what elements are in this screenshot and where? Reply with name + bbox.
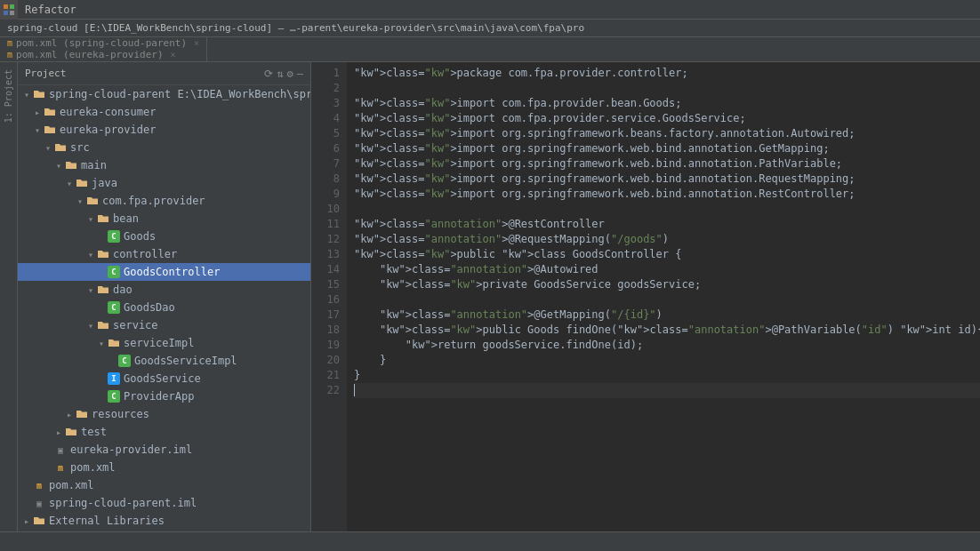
expand-icon[interactable]: ⇅ [277,68,283,80]
code-line-5: "kw">class="kw">import org.springframewo… [354,126,980,141]
tree-arrow-com-fpa-provider: ▾ [75,196,85,206]
code-line-18: "kw">class="kw">public Goods findOne("kw… [354,323,980,338]
tree-icon-eureka-consumer [43,105,57,119]
tree-item-main[interactable]: ▾main [18,156,310,174]
tab-icon-pom-parent: m [7,38,12,48]
tree-item-java[interactable]: ▾java [18,174,310,192]
tabs-bar: mpom.xml (spring-cloud-parent)×mpom.xml … [0,37,980,62]
tab-icon-pom-eureka: m [7,50,12,60]
tree-icon-dao [96,283,110,297]
tree-item-GoodsServiceImpl[interactable]: CGoodsServiceImpl [18,352,310,370]
tab-label-pom-parent: pom.xml (spring-cloud-parent) [16,37,187,49]
tab-close-pom-eureka[interactable]: × [171,50,176,60]
file-tree: ▾spring-cloud-parent E:\IDEA_WorkBench\s… [18,85,310,531]
tree-label-eureka-provider: eureka-provider [60,124,156,136]
code-line-4: "kw">class="kw">import com.fpa.provider.… [354,111,980,126]
tree-icon-resources [75,407,89,421]
tree-item-test[interactable]: ▸test [18,423,310,441]
tree-item-eureka-provider-iml[interactable]: ▣eureka-provider.iml [18,441,310,459]
tab-pom-parent[interactable]: mpom.xml (spring-cloud-parent)× [0,37,207,49]
line-number-2: 2 [311,81,340,96]
line-number-21: 21 [311,368,340,383]
tree-item-bean[interactable]: ▾bean [18,210,310,228]
menu-bar: FileEditViewNavigateCodeAnalyzeRefactorB… [0,0,980,20]
tree-icon-GoodsServiceImpl: C [117,354,132,368]
line-number-7: 7 [311,156,340,172]
line-number-6: 6 [311,141,340,156]
tree-icon-spring-cloud-parent-iml: ▣ [32,496,46,510]
panel-title: Project [25,68,66,79]
tab-close-pom-parent[interactable]: × [194,38,199,48]
tree-item-com-fpa-provider[interactable]: ▾com.fpa.provider [18,192,310,210]
menu-item-refactor[interactable]: Refactor [18,0,84,20]
tree-item-eureka-provider[interactable]: ▾eureka-provider [18,121,310,139]
tree-label-com-fpa-provider: com.fpa.provider [102,195,205,207]
tree-arrow-serviceImpl: ▾ [96,339,107,348]
tree-item-controller[interactable]: ▾controller [18,245,310,263]
tree-item-pom-provider[interactable]: mpom.xml [18,459,310,476]
tree-icon-test [64,425,78,439]
line-number-1: 1 [311,66,340,81]
tree-item-Goods[interactable]: CGoods [18,228,310,245]
tree-item-service[interactable]: ▾service [18,316,310,334]
tree-icon-spring-cloud-parent [32,87,46,101]
tree-item-dao[interactable]: ▾dao [18,281,310,299]
tab-label-pom-eureka: pom.xml (eureka-provider) [16,49,164,60]
tree-item-src[interactable]: ▾src [18,139,310,156]
tree-label-spring-cloud-parent-iml: spring-cloud-parent.iml [49,497,197,509]
tree-icon-eureka-provider [43,123,57,137]
code-lines[interactable]: "kw">class="kw">package com.fpa.provider… [347,62,980,531]
tree-item-GoodsService[interactable]: IGoodsService [18,370,310,387]
sync-icon[interactable]: ⟳ [264,68,273,80]
tree-label-service: service [113,319,158,331]
tree-arrow-eureka-provider: ▾ [32,125,43,135]
code-line-19: "kw">return goodsService.findOne(id); [354,338,980,353]
line-number-20: 20 [311,353,340,368]
code-line-11: "kw">class="annotation">@RestController [354,217,980,232]
tree-arrow-spring-cloud-parent: ▾ [21,90,32,100]
tree-item-external-libraries[interactable]: ▸External Libraries [18,512,310,530]
code-line-10 [354,202,980,217]
line-number-11: 11 [311,217,340,232]
line-number-17: 17 [311,307,340,323]
settings-icon[interactable]: ⚙ [287,68,293,80]
code-line-12: "kw">class="annotation">@RequestMapping(… [354,232,980,247]
tree-item-ProviderApp[interactable]: CProviderApp [18,387,310,405]
tree-label-resources: resources [92,408,149,420]
svg-rect-1 [10,4,14,9]
bottom-bar [0,531,980,551]
tree-item-GoodsController[interactable]: CGoodsController [18,263,310,281]
tab-pom-eureka[interactable]: mpom.xml (eureka-provider)× [0,49,207,60]
code-line-1: "kw">class="kw">package com.fpa.provider… [354,66,980,81]
tree-label-eureka-provider-iml: eureka-provider.iml [70,443,192,456]
code-line-7: "kw">class="kw">import org.springframewo… [354,156,980,172]
tree-item-eureka-consumer[interactable]: ▸eureka-consumer [18,103,310,121]
tree-item-spring-cloud-parent[interactable]: ▾spring-cloud-parent E:\IDEA_WorkBench\s… [18,85,310,103]
code-line-8: "kw">class="kw">import org.springframewo… [354,172,980,187]
tree-label-dao: dao [113,283,133,296]
tree-label-GoodsDao: GoodsDao [124,301,175,314]
tree-arrow-controller: ▾ [85,250,96,260]
tree-label-pom-root: pom.xml [49,479,94,491]
panel-header: Project ⟳ ⇅ ⚙ — [18,62,310,85]
panel-header-left: Project [25,68,66,79]
line-number-19: 19 [311,338,340,353]
code-line-22 [354,383,980,398]
tree-item-spring-cloud-parent-iml[interactable]: ▣spring-cloud-parent.iml [18,494,310,512]
code-line-15: "kw">class="kw">private GoodsService goo… [354,277,980,292]
tree-item-GoodsDao[interactable]: CGoodsDao [18,299,310,316]
tree-icon-pom-provider: m [53,460,68,475]
tree-label-bean: bean [113,212,139,225]
code-line-6: "kw">class="kw">import org.springframewo… [354,141,980,156]
tree-item-serviceImpl[interactable]: ▾serviceImpl [18,334,310,352]
line-number-22: 22 [311,383,340,398]
tree-icon-GoodsDao: C [107,300,121,315]
tree-item-resources[interactable]: ▸resources [18,405,310,423]
line-number-9: 9 [311,187,340,202]
tree-icon-pom-root: m [32,478,46,492]
tree-icon-service [96,318,110,332]
tree-label-Goods: Goods [124,230,156,243]
project-panel: Project ⟳ ⇅ ⚙ — ▾spring-cloud-parent E:\… [18,62,311,531]
minimize-icon[interactable]: — [297,68,303,80]
tree-item-pom-root[interactable]: mpom.xml [18,476,310,494]
